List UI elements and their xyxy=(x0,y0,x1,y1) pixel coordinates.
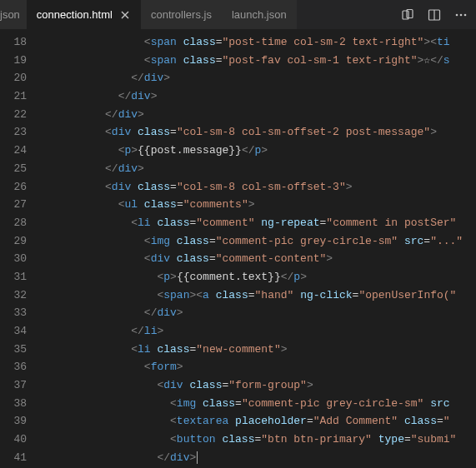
more-actions-icon[interactable] xyxy=(453,7,469,23)
line-number: 41 xyxy=(0,449,40,467)
tab-label: connection.html xyxy=(37,8,113,21)
line-number: 34 xyxy=(0,322,40,341)
code-line[interactable]: <button class="btn btn-primary" type="su… xyxy=(40,431,476,449)
line-number: 35 xyxy=(0,341,40,359)
compare-changes-icon[interactable] xyxy=(399,7,416,23)
code-line[interactable]: <div class="col-sm-8 col-sm-offset-2 pos… xyxy=(40,123,476,142)
tab-label: launch.json xyxy=(232,8,287,21)
tab-launch-json[interactable]: launch.json xyxy=(222,0,297,29)
code-line[interactable]: <img class="comment-pic grey-circle-sm" … xyxy=(40,395,476,413)
code-line[interactable]: </div> xyxy=(40,87,476,106)
split-editor-icon[interactable] xyxy=(426,7,443,23)
line-number: 21 xyxy=(0,87,40,106)
code-area[interactable]: <span class="post-time col-sm-2 text-rig… xyxy=(40,30,476,468)
code-line[interactable]: <textarea placeholder="Add Comment" clas… xyxy=(40,412,476,431)
code-line[interactable]: <p>{{post.message}}</p> xyxy=(40,142,476,160)
tab-partial-left[interactable]: json xyxy=(0,0,27,29)
code-line[interactable]: </div> xyxy=(40,106,476,124)
code-line[interactable]: <img class="comment-pic grey-circle-sm" … xyxy=(40,232,476,251)
line-number: 26 xyxy=(0,178,40,197)
code-line[interactable]: </li> xyxy=(40,322,476,341)
code-line[interactable]: </div> xyxy=(40,69,476,87)
code-line[interactable]: <div class="comment-content"> xyxy=(40,250,476,268)
line-number: 22 xyxy=(0,106,40,124)
line-number-gutter: 18 19 20 21 22 23 24 25 26 27 28 29 30 3… xyxy=(0,30,40,468)
line-number: 40 xyxy=(0,431,40,449)
code-line[interactable]: <span class="post-fav col-sm-1 text-righ… xyxy=(40,52,476,70)
svg-point-4 xyxy=(456,13,458,16)
line-number: 24 xyxy=(0,142,40,160)
line-number: 37 xyxy=(0,376,40,395)
code-line[interactable]: <ul class="comments"> xyxy=(40,196,476,214)
line-number: 38 xyxy=(0,395,40,413)
line-number: 20 xyxy=(0,69,40,87)
editor-tab-bar: json connection.html controllers.js laun… xyxy=(0,0,476,30)
code-line[interactable]: <span><a class="hand" ng-click="openUser… xyxy=(40,286,476,305)
line-number: 33 xyxy=(0,304,40,322)
tab-controllers-js[interactable]: controllers.js xyxy=(141,0,222,29)
close-icon[interactable] xyxy=(119,9,131,21)
code-editor[interactable]: 18 19 20 21 22 23 24 25 26 27 28 29 30 3… xyxy=(0,30,476,468)
line-number: 29 xyxy=(0,232,40,251)
code-line[interactable]: <div class="col-sm-8 col-sm-offset-3"> xyxy=(40,178,476,197)
line-number: 28 xyxy=(0,214,40,232)
tab-label: controllers.js xyxy=(151,8,212,21)
code-line[interactable]: <form> xyxy=(40,358,476,376)
code-line[interactable]: </div> xyxy=(40,160,476,178)
code-line[interactable]: <li class="new-comment"> xyxy=(40,341,476,359)
code-line[interactable]: </div> xyxy=(40,449,476,467)
tab-connection-html[interactable]: connection.html xyxy=(27,0,141,29)
line-number: 32 xyxy=(0,286,40,305)
line-number: 39 xyxy=(0,412,40,431)
code-line[interactable]: <p>{{comment.text}}</p> xyxy=(40,268,476,286)
line-number: 36 xyxy=(0,358,40,376)
tab-label: json xyxy=(0,8,20,21)
code-line[interactable]: <div class="form-group"> xyxy=(40,376,476,395)
line-number: 23 xyxy=(0,123,40,142)
line-number: 19 xyxy=(0,52,40,70)
line-number: 27 xyxy=(0,196,40,214)
svg-point-5 xyxy=(460,13,463,16)
line-number: 25 xyxy=(0,160,40,178)
line-number: 18 xyxy=(0,33,40,52)
code-line[interactable]: <span class="post-time col-sm-2 text-rig… xyxy=(40,33,476,52)
svg-point-6 xyxy=(464,13,467,16)
code-line[interactable]: <li class="comment" ng-repeat="comment i… xyxy=(40,214,476,232)
line-number: 30 xyxy=(0,250,40,268)
tab-actions xyxy=(393,7,476,23)
line-number: 31 xyxy=(0,268,40,286)
code-line[interactable]: </div> xyxy=(40,304,476,322)
